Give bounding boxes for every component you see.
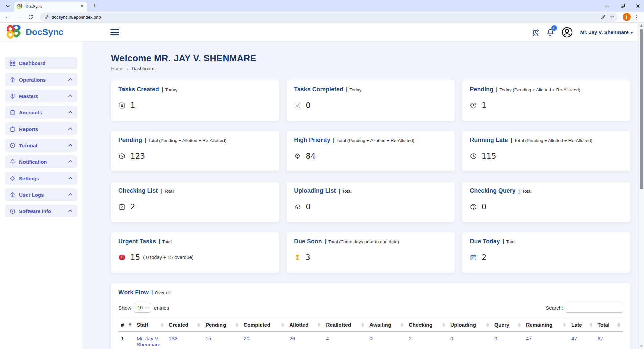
column-header-checking[interactable]: Checking [406,318,448,332]
sidebar-item-user-logs[interactable]: User Logs [5,188,77,201]
minimize-button[interactable] [604,3,610,9]
blocked-extension-icon[interactable] [601,14,606,20]
gear-icon [10,77,15,83]
sidebar-toggle-button[interactable] [110,29,119,35]
chevron-up-icon [68,160,73,164]
entries-select[interactable]: 10 [134,303,152,313]
browser-menu-icon[interactable]: ⋮ [633,14,641,20]
query-link[interactable]: 0 [494,336,497,341]
browser-profile-avatar[interactable]: j [623,13,631,21]
header-actions: 6 Mr. Jay V. Shenmare ▾ [532,26,644,38]
reallotted-link[interactable]: 4 [326,336,329,341]
sidebar-item-notification[interactable]: Notification [5,155,77,168]
column-header-uploading[interactable]: Uploading [448,318,492,332]
card-separator: | [162,87,163,93]
dropdown-caret-icon: ▾ [631,31,633,35]
scrollbar-thumb[interactable] [640,29,643,189]
scroll-up-arrow-icon[interactable] [640,24,643,27]
url-text[interactable]: docsync.in/app/index.php [52,15,597,20]
sidebar-item-settings[interactable]: Settings [5,172,77,185]
created-link[interactable]: 133 [169,336,178,341]
column-header-remaining[interactable]: Remaining [523,318,568,332]
checking-link[interactable]: 2 [409,336,412,341]
sort-icon [401,323,403,327]
card-value: 0 [306,202,311,211]
new-tab-button[interactable]: + [90,2,99,10]
column-header-staff[interactable]: Staff [134,318,166,332]
page-scrollbar[interactable] [638,23,644,349]
column-header-late[interactable]: Late [568,318,595,332]
card-separator: | [518,188,520,194]
card-subtitle: Total [164,189,174,194]
late-link[interactable]: 47 [571,336,577,341]
table-cell: 67 [595,332,623,349]
chevron-up-icon [68,144,73,148]
search-label: Search: [546,305,563,311]
tab-search-button[interactable] [3,2,12,10]
sidebar-item-accounts[interactable]: Accounts [5,106,77,119]
notifications-button[interactable]: 6 [546,28,554,36]
sidebar-item-software-info[interactable]: Software Info [5,205,77,217]
sort-icon [281,323,284,327]
chevron-up-icon [68,111,73,115]
user-menu[interactable]: Mr. Jay V. Shenmare ▾ [580,29,633,35]
forward-button: → [15,13,23,21]
table-row: 1 Mr. Jay V. Shenmare 133 15 20 26 4 0 2… [118,332,623,349]
staff-link[interactable]: Mr. Jay V. Shenmare [137,336,161,347]
sidebar-item-masters[interactable]: Masters [5,90,77,102]
allotted-link[interactable]: 26 [289,336,295,341]
reload-button[interactable] [26,13,35,21]
column-header-allotted[interactable]: Allotted [287,318,323,332]
scroll-down-arrow-icon[interactable] [640,345,643,347]
card-subtitle: Total [522,189,532,194]
sidebar-item-operations[interactable]: Operations [5,73,77,86]
uploading-link[interactable]: 0 [450,336,453,341]
column-header-completed[interactable]: Completed [241,318,287,332]
address-bar[interactable]: docsync.in/app/index.php ☆ [40,13,618,22]
alarm-clock-icon[interactable] [532,28,540,36]
maximize-button[interactable] [619,3,626,9]
bell-icon [10,159,15,165]
bookmark-star-icon[interactable]: ☆ [610,14,614,20]
column-header-pending[interactable]: Pending [203,318,241,332]
card-value: 84 [306,152,315,160]
remaining-link[interactable]: 47 [526,336,532,341]
table-cell: 26 [287,332,323,349]
card-separator: | [160,188,162,194]
card-title: Uploading List [294,187,336,194]
breadcrumb-current: Dashboard [132,66,155,71]
card-subtitle: Today (Pending + Allotted + Re-Allotted) [500,87,580,92]
table-controls: Show 10 entries Search: [118,303,623,313]
brand[interactable]: DocSync [0,25,82,39]
card-pending-total: Pending|Total (Pending + Allotted + Re-A… [111,131,279,171]
sort-icon [442,323,445,327]
tab-close-icon[interactable]: ✕ [79,4,85,9]
pending-link[interactable]: 15 [205,336,211,341]
entries-label: entries [154,305,169,311]
column-header-index[interactable]: # [118,318,134,332]
completed-link[interactable]: 20 [244,336,249,341]
site-info-icon[interactable] [44,15,49,19]
sidebar-item-label: Notification [19,159,47,165]
column-header-total[interactable]: Total [595,318,623,332]
card-uploading-list: Uploading List|Total 0 [287,182,454,222]
column-header-query[interactable]: Query [492,318,523,332]
breadcrumb-home-link[interactable]: Home [111,66,123,71]
awaiting-link[interactable]: 0 [369,336,373,341]
sidebar-item-tutorial[interactable]: Tutorial [5,139,77,152]
back-button[interactable]: ← [3,13,12,21]
search-input[interactable] [566,303,623,313]
close-button[interactable] [635,3,641,9]
user-avatar-icon[interactable] [561,26,573,38]
column-header-created[interactable]: Created [166,318,203,332]
column-header-awaiting[interactable]: Awaiting [367,318,406,332]
total-link[interactable]: 67 [598,336,603,341]
column-header-reallotted[interactable]: Reallotted [323,318,367,332]
sort-icon [197,323,200,327]
sidebar-item-dashboard[interactable]: Dashboard [5,57,77,69]
table-cell: 0 [367,332,406,349]
browser-tab[interactable]: DocSync ✕ [14,2,87,12]
hourglass-icon [294,254,301,261]
card-tasks-created: Tasks Created|Today 1 [111,80,279,121]
sidebar-item-reports[interactable]: Reports [5,122,77,135]
